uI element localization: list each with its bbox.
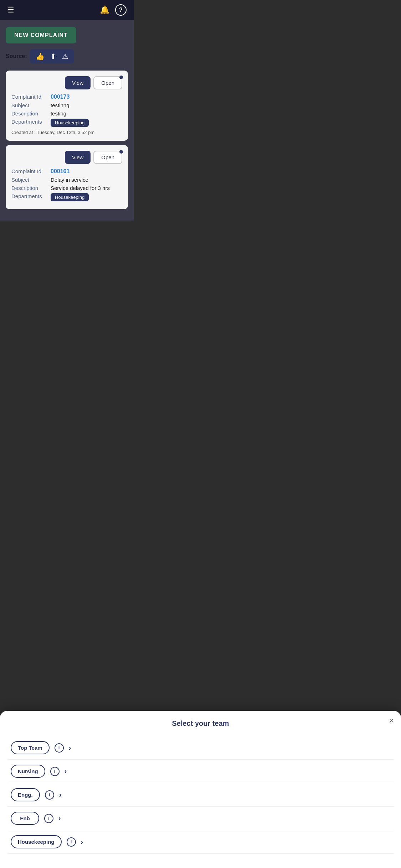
departments-label-1: Departments bbox=[11, 119, 51, 125]
description-value-1: testing bbox=[51, 110, 66, 117]
department-badge-2: Housekeeping bbox=[51, 193, 89, 201]
subject-field-1: Subject testinng bbox=[11, 102, 122, 108]
departments-field-1: Departments Housekeeping bbox=[11, 119, 122, 127]
description-field-2: Description Service delayed for 3 hrs bbox=[11, 185, 122, 191]
complaint-id-value-2: 000161 bbox=[51, 168, 70, 175]
created-at-value-1: Tuesday, Dec 12th, 3:52 pm bbox=[37, 130, 94, 135]
subject-value-2: Delay in service bbox=[51, 177, 88, 183]
description-label-2: Description bbox=[11, 185, 51, 191]
share-icon[interactable]: ⬆ bbox=[50, 52, 56, 61]
open-button-1[interactable]: Open bbox=[93, 76, 122, 89]
subject-label-2: Subject bbox=[11, 177, 51, 183]
complaint-card-2: View Open Complaint Id 000161 Subject De… bbox=[6, 145, 128, 209]
source-label: Source: bbox=[6, 53, 27, 60]
bell-icon[interactable]: 🔔 bbox=[100, 5, 109, 15]
complaint-card: View Open Complaint Id 000173 Subject te… bbox=[6, 71, 128, 141]
department-badge-1: Housekeeping bbox=[51, 119, 89, 127]
departments-field-2: Departments Housekeeping bbox=[11, 193, 122, 201]
subject-value-1: testinng bbox=[51, 102, 70, 108]
complaint-id-label-2: Complaint Id bbox=[11, 168, 51, 174]
complaint-id-field: Complaint Id 000173 bbox=[11, 94, 122, 100]
created-at-1: Created at : Tuesday, Dec 12th, 3:52 pm bbox=[11, 130, 122, 135]
subject-label-1: Subject bbox=[11, 102, 51, 108]
warning-icon[interactable]: ⚠ bbox=[62, 52, 68, 61]
thumbs-up-icon[interactable]: 👍 bbox=[36, 52, 45, 61]
source-row: Source: 👍 ⬆ ⚠ bbox=[6, 49, 128, 63]
main-content: NEW COMPLAINT Source: 👍 ⬆ ⚠ View Open Co… bbox=[0, 20, 134, 221]
created-at-label-1: Created at : bbox=[11, 130, 36, 135]
open-button-2[interactable]: Open bbox=[93, 151, 122, 164]
source-icons-group[interactable]: 👍 ⬆ ⚠ bbox=[30, 49, 74, 63]
description-value-2: Service delayed for 3 hrs bbox=[51, 185, 110, 191]
view-button-2[interactable]: View bbox=[65, 151, 91, 164]
description-label-1: Description bbox=[11, 110, 51, 117]
complaint-id-label: Complaint Id bbox=[11, 94, 51, 100]
card-actions-2: View Open bbox=[11, 151, 122, 164]
card-actions: View Open bbox=[11, 76, 122, 89]
description-field-1: Description testing bbox=[11, 110, 122, 117]
departments-label-2: Departments bbox=[11, 193, 51, 199]
hamburger-icon[interactable]: ☰ bbox=[7, 6, 14, 14]
new-complaint-button[interactable]: NEW COMPLAINT bbox=[6, 27, 76, 43]
complaint-id-value: 000173 bbox=[51, 94, 70, 100]
help-icon[interactable]: ? bbox=[115, 4, 127, 16]
header: ☰ 🔔 ? bbox=[0, 0, 134, 20]
view-button-1[interactable]: View bbox=[65, 76, 91, 89]
subject-field-2: Subject Delay in service bbox=[11, 177, 122, 183]
complaint-id-field-2: Complaint Id 000161 bbox=[11, 168, 122, 175]
